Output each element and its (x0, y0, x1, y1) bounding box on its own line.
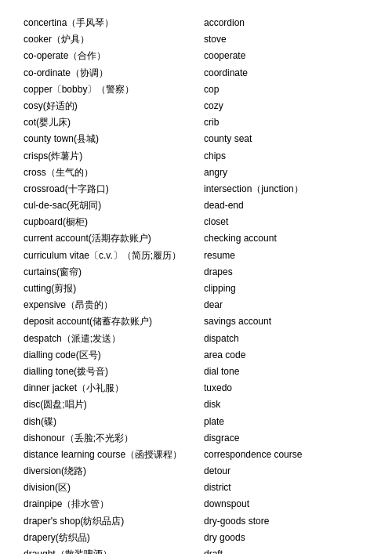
left-term: division(区) (24, 480, 196, 495)
table-row: copper〔bobby〕（警察）cop (24, 82, 368, 97)
left-term: crossroad(十字路口) (24, 182, 196, 197)
right-term: disk (196, 397, 368, 412)
right-term: downspout (196, 497, 368, 512)
table-row: dialling tone(拨号音)dial tone (24, 364, 368, 379)
right-term: dispatch (196, 331, 368, 346)
table-row: cul-de-sac(死胡同)dead-end (24, 198, 368, 213)
right-term: stove (196, 32, 368, 47)
left-term: current account(活期存款账户) (24, 231, 196, 246)
table-row: deposit account(储蓄存款账户)savings account (24, 314, 368, 329)
table-row: expensive（昂贵的）dear (24, 298, 368, 313)
left-term: drapery(纺织品) (24, 530, 196, 545)
left-term: drainpipe（排水管） (24, 497, 196, 512)
right-term: closet (196, 215, 368, 230)
right-term: cooperate (196, 49, 368, 63)
left-term: expensive（昂贵的） (24, 298, 196, 313)
table-row: cross（生气的）angry (24, 165, 368, 180)
left-term: cupboard(橱柜) (24, 215, 196, 230)
table-row: cot(婴儿床)crib (24, 115, 368, 130)
right-term: coordinate (196, 66, 368, 81)
left-term: co-ordinate（协调） (24, 66, 196, 81)
left-term: copper〔bobby〕（警察） (24, 82, 196, 97)
table-row: dishonour（丢脸;不光彩）disgrace (24, 431, 368, 446)
left-term: co-operate（合作） (24, 49, 196, 63)
right-term: area code (196, 348, 368, 363)
vocabulary-table: concertina（手风琴）accordioncooker（炉具）stovec… (24, 16, 368, 554)
table-row: concertina（手风琴）accordion (24, 16, 368, 31)
table-row: despatch（派遣;发送）dispatch (24, 331, 368, 346)
left-term: cosy(好适的) (24, 99, 196, 114)
left-term: curriculum vitae〔c.v.〕（简历;履历） (24, 248, 196, 263)
left-term: dish(碟) (24, 415, 196, 429)
left-term: crisps(炸薯片) (24, 149, 196, 164)
right-term: district (196, 480, 368, 495)
table-row: current account(活期存款账户)checking account (24, 231, 368, 246)
right-term: county seat (196, 132, 368, 147)
left-term: dialling tone(拨号音) (24, 364, 196, 379)
left-term: draught（散装啤酒） (24, 547, 196, 554)
left-term: dinner jacket（小礼服） (24, 381, 196, 396)
left-term: despatch（派遣;发送） (24, 331, 196, 346)
table-row: diversion(绕路)detour (24, 464, 368, 479)
left-term: cross（生气的） (24, 165, 196, 180)
left-term: diversion(绕路) (24, 464, 196, 479)
table-row: curtains(窗帘)drapes (24, 265, 368, 280)
right-term: crib (196, 115, 368, 130)
right-term: dead-end (196, 198, 368, 213)
left-term: deposit account(储蓄存款账户) (24, 314, 196, 329)
table-row: cooker（炉具）stove (24, 32, 368, 47)
right-term: dry-goods store (196, 514, 368, 529)
table-row: curriculum vitae〔c.v.〕（简历;履历）resume (24, 248, 368, 263)
left-term: cutting(剪报) (24, 281, 196, 296)
table-row: cupboard(橱柜)closet (24, 215, 368, 230)
right-term: drapes (196, 265, 368, 280)
left-term: county town(县城) (24, 132, 196, 147)
right-term: plate (196, 415, 368, 429)
left-term: disc(圆盘;唱片) (24, 397, 196, 412)
table-row: disc(圆盘;唱片)disk (24, 397, 368, 412)
table-row: division(区)district (24, 480, 368, 495)
right-term: cozy (196, 99, 368, 114)
table-row: drapery(纺织品)dry goods (24, 530, 368, 545)
right-term: cop (196, 82, 368, 97)
table-row: distance learning course（函授课程）correspond… (24, 447, 368, 462)
right-term: correspondence course (196, 447, 368, 462)
right-term: tuxedo (196, 381, 368, 396)
right-term: detour (196, 464, 368, 479)
right-term: dry goods (196, 530, 368, 545)
left-term: cot(婴儿床) (24, 115, 196, 130)
right-term: dial tone (196, 364, 368, 379)
right-term: resume (196, 248, 368, 263)
left-term: distance learning course（函授课程） (24, 447, 196, 462)
left-term: cul-de-sac(死胡同) (24, 198, 196, 213)
left-term: concertina（手风琴） (24, 16, 196, 31)
table-row: crossroad(十字路口)intersection（junction） (24, 182, 368, 197)
table-row: drainpipe（排水管）downspout (24, 497, 368, 512)
right-term: clipping (196, 281, 368, 296)
left-term: curtains(窗帘) (24, 265, 196, 280)
left-term: dishonour（丢脸;不光彩） (24, 431, 196, 446)
table-row: draper's shop(纺织品店)dry-goods store (24, 514, 368, 529)
table-row: crisps(炸薯片)chips (24, 149, 368, 164)
left-term: cooker（炉具） (24, 32, 196, 47)
right-term: accordion (196, 16, 368, 31)
right-term: dear (196, 298, 368, 313)
table-row: cosy(好适的)cozy (24, 99, 368, 114)
table-row: draught（散装啤酒）draft (24, 547, 368, 554)
table-row: cutting(剪报)clipping (24, 281, 368, 296)
left-term: dialling code(区号) (24, 348, 196, 363)
right-term: savings account (196, 314, 368, 329)
table-row: dish(碟)plate (24, 415, 368, 429)
right-term: checking account (196, 231, 368, 246)
right-term: disgrace (196, 431, 368, 446)
right-term: draft (196, 547, 368, 554)
table-row: co-operate（合作）cooperate (24, 49, 368, 63)
table-row: county town(县城)county seat (24, 132, 368, 147)
right-term: chips (196, 149, 368, 164)
table-row: dialling code(区号)area code (24, 348, 368, 363)
left-term: draper's shop(纺织品店) (24, 514, 196, 529)
right-term: intersection（junction） (196, 182, 368, 197)
right-term: angry (196, 165, 368, 180)
table-row: dinner jacket（小礼服）tuxedo (24, 381, 368, 396)
table-row: co-ordinate（协调）coordinate (24, 66, 368, 81)
